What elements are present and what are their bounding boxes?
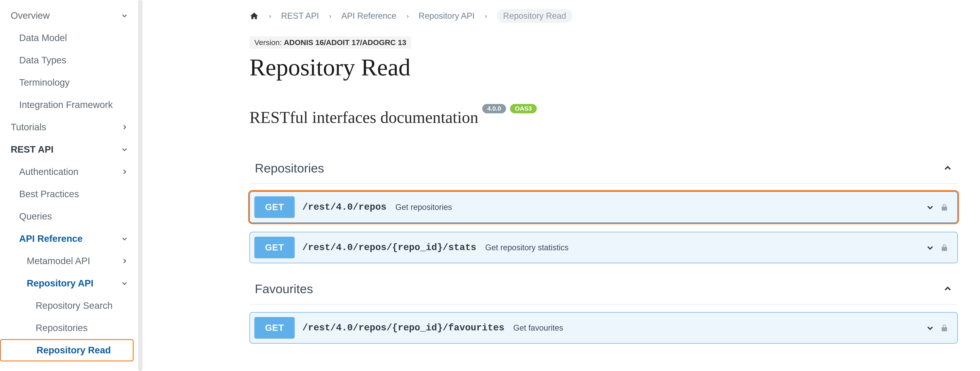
sidebar-item-authentication[interactable]: Authentication bbox=[0, 161, 143, 183]
sidebar-item-repository-search[interactable]: Repository Search bbox=[0, 294, 143, 317]
chevron-down-icon bbox=[120, 234, 129, 243]
chevron-down-icon bbox=[120, 11, 129, 20]
sidebar-item-repositories[interactable]: Repositories bbox=[0, 317, 143, 339]
endpoint-description: Get repository statistics bbox=[485, 243, 569, 252]
sidebar-item-api-reference[interactable]: API Reference bbox=[0, 227, 143, 250]
chevron-up-icon bbox=[943, 163, 952, 173]
sidebar-item-terminology[interactable]: Terminology bbox=[0, 71, 143, 94]
sidebar-item-integration-framework[interactable]: Integration Framework bbox=[0, 94, 143, 116]
http-method: GET bbox=[255, 317, 295, 339]
endpoint-get-repos[interactable]: GET /rest/4.0/repos Get repositories bbox=[250, 192, 958, 223]
endpoint-get-repo-stats[interactable]: GET /rest/4.0/repos/{repo_id}/stats Get … bbox=[250, 232, 958, 263]
sidebar-item-label: Overview bbox=[11, 10, 50, 21]
sidebar-item-rest-api[interactable]: REST API bbox=[0, 138, 143, 161]
breadcrumb: REST API API Reference Repository API Re… bbox=[250, 9, 958, 23]
section-favourites: Favourites GET /rest/4.0/repos/{repo_id}… bbox=[250, 279, 958, 344]
sidebar-item-best-practices[interactable]: Best Practices bbox=[0, 183, 143, 205]
lock-icon[interactable] bbox=[940, 323, 948, 333]
sidebar-item-label: Integration Framework bbox=[19, 99, 113, 110]
sidebar-item-label: Queries bbox=[19, 211, 52, 222]
subtitle-row: RESTful interfaces documentation 4.0.0 O… bbox=[250, 108, 958, 127]
chevron-down-icon[interactable] bbox=[926, 324, 934, 332]
sidebar-item-label: Repository API bbox=[27, 278, 94, 289]
chevron-down-icon[interactable] bbox=[926, 203, 934, 211]
section-header-favourites[interactable]: Favourites bbox=[250, 279, 958, 304]
sidebar-item-label: Repository Read bbox=[37, 345, 111, 356]
sidebar-item-data-model[interactable]: Data Model bbox=[0, 27, 143, 49]
sidebar-item-label: Data Types bbox=[19, 55, 66, 66]
lock-icon[interactable] bbox=[940, 203, 948, 212]
http-method: GET bbox=[255, 196, 295, 218]
endpoint-path: /rest/4.0/repos bbox=[302, 202, 387, 213]
sidebar-item-label: Repository Search bbox=[36, 300, 113, 311]
http-method: GET bbox=[255, 237, 295, 258]
version-pill: Version: ADONIS 16/ADOIT 17/ADOGRC 13 bbox=[250, 36, 411, 49]
chevron-right-icon bbox=[328, 11, 332, 21]
sidebar-item-label: Repositories bbox=[36, 323, 88, 333]
endpoint-description: Get favourites bbox=[513, 323, 563, 333]
section-repositories: Repositories GET /rest/4.0/repos Get rep… bbox=[250, 158, 958, 263]
chevron-right-icon bbox=[268, 11, 272, 21]
breadcrumb-current: Repository Read bbox=[497, 9, 573, 23]
sidebar-item-overview[interactable]: Overview bbox=[0, 5, 143, 27]
chevron-right-icon bbox=[406, 11, 410, 21]
version-value: ADONIS 16/ADOIT 17/ADOGRC 13 bbox=[284, 38, 406, 46]
section-title: Repositories bbox=[255, 161, 324, 175]
main-content: REST API API Reference Repository API Re… bbox=[143, 0, 980, 371]
sidebar-item-label: REST API bbox=[11, 144, 54, 155]
lock-icon[interactable] bbox=[940, 243, 948, 252]
chevron-up-icon bbox=[943, 284, 952, 294]
sidebar-item-label: API Reference bbox=[19, 233, 83, 244]
section-title: Favourites bbox=[255, 281, 313, 296]
sidebar-item-queries[interactable]: Queries bbox=[0, 205, 143, 227]
breadcrumb-rest-api[interactable]: REST API bbox=[281, 11, 319, 21]
sidebar-item-label: Terminology bbox=[19, 77, 70, 88]
oas-spec-badge: OAS3 bbox=[510, 104, 537, 114]
sidebar-item-data-types[interactable]: Data Types bbox=[0, 49, 143, 71]
sidebar-item-metamodel-api[interactable]: Metamodel API bbox=[0, 250, 143, 272]
sidebar-item-label: Best Practices bbox=[19, 189, 79, 200]
page-title: Repository Read bbox=[250, 54, 958, 81]
sidebar: Overview Data Model Data Types Terminolo… bbox=[0, 0, 143, 371]
sidebar-item-label: Data Model bbox=[19, 33, 67, 43]
breadcrumb-repository-api[interactable]: Repository API bbox=[419, 11, 475, 21]
sidebar-item-repository-read[interactable]: Repository Read bbox=[0, 339, 134, 361]
endpoint-description: Get repositories bbox=[395, 203, 452, 212]
chevron-right-icon bbox=[120, 167, 129, 176]
chevron-right-icon bbox=[484, 11, 488, 21]
section-header-repositories[interactable]: Repositories bbox=[250, 158, 958, 184]
chevron-down-icon bbox=[120, 145, 129, 154]
sidebar-item-repository-api[interactable]: Repository API bbox=[0, 272, 143, 294]
sidebar-item-label: Tutorials bbox=[11, 122, 46, 133]
sidebar-item-label: Metamodel API bbox=[27, 256, 90, 266]
home-icon[interactable] bbox=[250, 11, 259, 21]
chevron-down-icon[interactable] bbox=[926, 244, 934, 252]
breadcrumb-api-reference[interactable]: API Reference bbox=[341, 11, 396, 21]
chevron-right-icon bbox=[120, 256, 129, 266]
endpoint-get-favourites[interactable]: GET /rest/4.0/repos/{repo_id}/favourites… bbox=[250, 312, 958, 344]
subtitle: RESTful interfaces documentation bbox=[250, 108, 478, 127]
endpoint-path: /rest/4.0/repos/{repo_id}/stats bbox=[302, 242, 476, 253]
chevron-down-icon bbox=[120, 279, 129, 288]
endpoint-path: /rest/4.0/repos/{repo_id}/favourites bbox=[302, 323, 504, 333]
sidebar-item-tutorials[interactable]: Tutorials bbox=[0, 116, 143, 138]
api-version-badge: 4.0.0 bbox=[482, 104, 506, 114]
sidebar-item-label: Authentication bbox=[19, 166, 78, 177]
version-label: Version: bbox=[255, 38, 284, 46]
chevron-right-icon bbox=[120, 123, 129, 132]
